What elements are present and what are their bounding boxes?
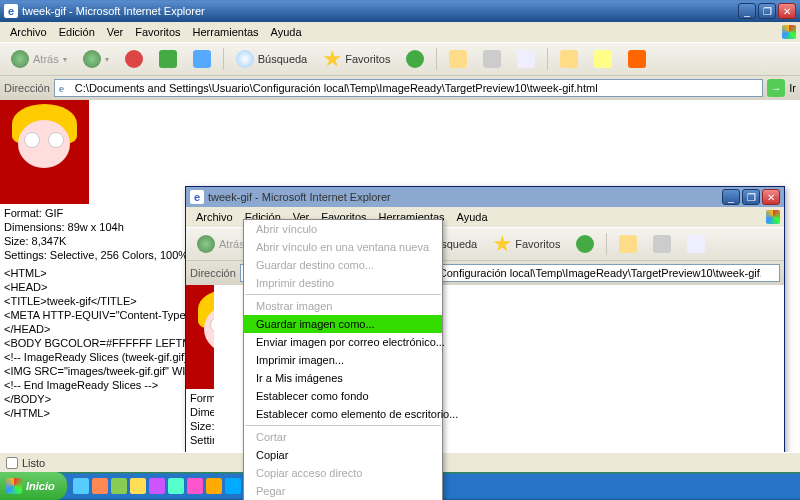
address-input[interactable] [54, 79, 763, 97]
outer-addressbar: Dirección → Ir [0, 76, 800, 100]
ie-icon: e [190, 190, 204, 204]
print-button[interactable] [646, 232, 678, 256]
ctx-print-image[interactable]: Imprimir imagen... [244, 351, 442, 369]
ctx-open-new[interactable]: Abrir vínculo en una ventana nueva [244, 238, 442, 256]
history-button[interactable] [399, 47, 431, 71]
note-button[interactable] [587, 47, 619, 71]
inner-info: Format: GIFDimensions: 89Size: 8,347KSet… [186, 389, 214, 449]
ctx-copy[interactable]: Copiar [244, 446, 442, 464]
menu-ver[interactable]: Ver [101, 24, 130, 40]
ie-icon: e [4, 4, 18, 18]
ctx-paste[interactable]: Pegar [244, 482, 442, 500]
folder-button[interactable] [553, 47, 585, 71]
stop-button[interactable] [118, 47, 150, 71]
ql-8[interactable] [206, 478, 222, 494]
inner-title: tweek-gif - Microsoft Internet Explorer [208, 191, 391, 203]
ql-3[interactable] [111, 478, 127, 494]
mail-button[interactable] [442, 47, 474, 71]
ctx-show-image[interactable]: Mostrar imagen [244, 297, 442, 315]
status-text: Listo [22, 457, 45, 469]
start-button[interactable]: Inicio [0, 472, 67, 500]
context-menu: Abrir vínculo Abrir vínculo en una venta… [243, 219, 443, 500]
ctx-goto-images[interactable]: Ir a Mis imágenes [244, 369, 442, 387]
forward-button[interactable]: ▾ [76, 47, 116, 71]
ctx-save-image-as[interactable]: Guardar imagen como... [244, 315, 442, 333]
menu-archivo[interactable]: Archivo [190, 209, 239, 225]
quicklaunch [67, 478, 266, 494]
ctx-open-link[interactable]: Abrir vínculo [244, 220, 442, 238]
ql-7[interactable] [187, 478, 203, 494]
edit-button[interactable] [510, 47, 542, 71]
menu-ayuda[interactable]: Ayuda [265, 24, 308, 40]
ctx-cut[interactable]: Cortar [244, 428, 442, 446]
home-button[interactable] [186, 47, 218, 71]
window-title: tweek-gif - Microsoft Internet Explorer [22, 5, 205, 17]
inner-close-button[interactable]: ✕ [762, 189, 780, 205]
ctx-set-background[interactable]: Establecer como fondo [244, 387, 442, 405]
windows-flag-icon [766, 210, 780, 224]
print-button[interactable] [476, 47, 508, 71]
refresh-button[interactable] [152, 47, 184, 71]
mail-button[interactable] [612, 232, 644, 256]
ql-2[interactable] [92, 478, 108, 494]
outer-menubar: Archivo Edición Ver Favoritos Herramient… [0, 22, 800, 42]
search-button[interactable]: Búsqueda [229, 47, 315, 71]
ctx-set-desktop[interactable]: Establecer como elemento de escritorio..… [244, 405, 442, 423]
inner-minimize-button[interactable]: _ [722, 189, 740, 205]
outer-titlebar: e tweek-gif - Microsoft Internet Explore… [0, 0, 800, 22]
favorites-button[interactable]: Favoritos [486, 232, 567, 256]
favorites-button[interactable]: Favoritos [316, 47, 397, 71]
go-label: Ir [789, 82, 796, 94]
address-label: Dirección [190, 267, 236, 279]
ql-5[interactable] [149, 478, 165, 494]
character-image-outer[interactable] [0, 100, 89, 204]
inner-source: <HTML> <HEAD> <TITLE>tweek <META HTTP- <… [186, 449, 214, 452]
outer-toolbar: Atrás▾ ▾ Búsqueda Favoritos [0, 42, 800, 76]
inner-maximize-button[interactable]: ❐ [742, 189, 760, 205]
go-button[interactable]: → [767, 79, 785, 97]
ctx-email-image[interactable]: Enviar imagen por correo electrónico... [244, 333, 442, 351]
start-flag-icon [6, 478, 22, 494]
back-button[interactable]: Atrás▾ [4, 47, 74, 71]
menu-favoritos[interactable]: Favoritos [129, 24, 186, 40]
menu-edicion[interactable]: Edición [53, 24, 101, 40]
maximize-button[interactable]: ❐ [758, 3, 776, 19]
menu-archivo[interactable]: Archivo [4, 24, 53, 40]
character-image-inner[interactable] [186, 285, 214, 389]
inner-titlebar: e tweek-gif - Microsoft Internet Explore… [186, 187, 784, 207]
ql-4[interactable] [130, 478, 146, 494]
ctx-copy-shortcut[interactable]: Copiar acceso directo [244, 464, 442, 482]
ql-9[interactable] [225, 478, 241, 494]
done-icon [6, 457, 18, 469]
ctx-save-target[interactable]: Guardar destino como... [244, 256, 442, 274]
windows-flag-icon [782, 25, 796, 39]
menu-herramientas[interactable]: Herramientas [187, 24, 265, 40]
history-button[interactable] [569, 232, 601, 256]
close-button[interactable]: ✕ [778, 3, 796, 19]
ql-6[interactable] [168, 478, 184, 494]
flashget-button[interactable] [621, 47, 653, 71]
ql-1[interactable] [73, 478, 89, 494]
ctx-print-target[interactable]: Imprimir destino [244, 274, 442, 292]
minimize-button[interactable]: _ [738, 3, 756, 19]
menu-ayuda[interactable]: Ayuda [451, 209, 494, 225]
address-label: Dirección [4, 82, 50, 94]
edit-button[interactable] [680, 232, 712, 256]
